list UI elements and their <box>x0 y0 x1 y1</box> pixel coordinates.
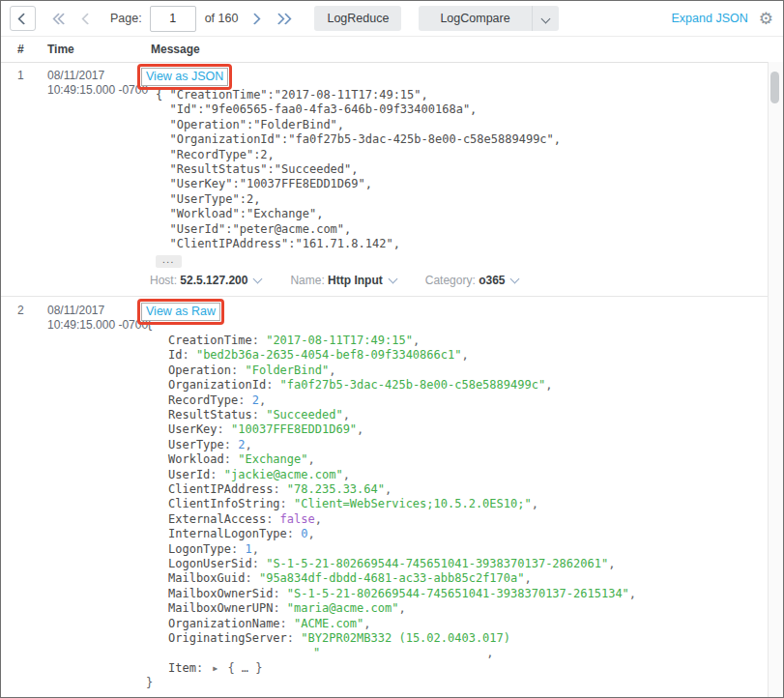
json-line: Item: ▶ { … } <box>144 661 769 676</box>
row-message: View as JSON{ "CreationTime":"2017-08-11… <box>144 62 769 296</box>
host-field: Host: 52.5.127.200 <box>150 274 261 288</box>
json-line: MailboxOwnerUPN: "maria@acme.com", <box>144 601 769 616</box>
log-row: 208/11/201710:49:15.000 -0700View as Raw… <box>1 297 769 697</box>
row-time: 10:49:15.000 -0700 <box>47 318 144 333</box>
toolbar: Page: of 160 LogReduce LogCompare Expand… <box>1 1 783 37</box>
collapse-triangle-icon[interactable]: ▶ <box>213 664 218 673</box>
category-dropdown-icon[interactable] <box>510 275 520 284</box>
json-line: RecordType: 2, <box>144 393 769 408</box>
row-timestamp: 08/11/201710:49:15.000 -0700 <box>47 62 144 296</box>
json-line: ExternalAccess: false, <box>144 512 769 527</box>
back-button[interactable] <box>10 6 36 31</box>
column-header-time: Time <box>47 43 144 56</box>
log-message-raw: { "CreationTime":"2017-08-11T17:49:15", … <box>156 88 769 251</box>
scrollbar-thumb[interactable] <box>770 72 779 103</box>
row-time: 10:49:15.000 -0700 <box>47 83 144 98</box>
column-header-row: # Time Message <box>1 37 783 63</box>
json-line: LogonUserSid: "S-1-5-21-802669544-745651… <box>144 557 769 571</box>
column-header-message: Message <box>144 43 783 56</box>
json-line: LogonType: 1, <box>144 542 769 557</box>
page-label: Page: <box>110 12 142 25</box>
name-field: Name: Http Input <box>290 274 395 288</box>
first-page-button[interactable] <box>52 15 68 23</box>
json-line: InternalLogonType: 0, <box>144 527 769 541</box>
host-dropdown-icon[interactable] <box>253 275 263 284</box>
json-line: Workload: "Exchange", <box>144 452 769 467</box>
json-line: } <box>144 676 769 690</box>
json-line: ClientIPAddress: "78.235.33.64", <box>144 482 769 497</box>
category-field: Category: o365 <box>425 274 519 288</box>
json-line: ", <box>144 646 769 660</box>
logreduce-button[interactable]: LogReduce <box>314 6 401 31</box>
json-line: OriginatingServer: "BY2PR02MB332 (15.02.… <box>144 631 769 646</box>
json-line: OrganizationName: "ACME.com", <box>144 617 769 631</box>
name-dropdown-icon[interactable] <box>388 275 397 284</box>
expand-ellipsis-button[interactable]: ... <box>156 255 182 268</box>
json-line: MailboxGuid: "95a834df-dbdd-4681-ac33-ab… <box>144 571 769 586</box>
log-search-results-window: Page: of 160 LogReduce LogCompare Expand… <box>0 0 784 698</box>
view-as-raw-link[interactable]: View as Raw <box>141 303 220 321</box>
chevron-down-icon <box>540 14 550 23</box>
page-total: of 160 <box>205 12 239 25</box>
scrollbar[interactable] <box>768 62 783 697</box>
last-page-button[interactable] <box>275 15 292 23</box>
row-date: 08/11/2017 <box>47 69 144 83</box>
chevron-right-icon <box>249 13 262 25</box>
category-value[interactable]: o365 <box>479 274 505 287</box>
row-date: 08/11/2017 <box>47 304 144 318</box>
page-input[interactable] <box>150 6 196 32</box>
json-line: Operation: "FolderBind", <box>144 364 769 378</box>
logcompare-dropdown-button[interactable] <box>532 6 559 31</box>
name-value[interactable]: Http Input <box>328 274 383 287</box>
json-line: Id: "bed2b36a-2635-4054-bef8-09f3340866c… <box>144 348 769 363</box>
log-message-json: {CreationTime: "2017-08-11T17:49:15",Id:… <box>144 318 769 690</box>
name-label: Name: <box>290 274 328 287</box>
screenshot-highlight-box: View as JSON <box>137 64 232 90</box>
screenshot-highlight-box: View as Raw <box>137 299 224 325</box>
previous-page-button[interactable] <box>81 15 92 23</box>
log-row: 108/11/201710:49:15.000 -0700View as JSO… <box>1 62 769 297</box>
json-line: CreationTime: "2017-08-11T17:49:15", <box>144 334 769 348</box>
double-chevron-right-icon <box>280 13 293 25</box>
host-label: Host: <box>150 274 180 287</box>
logcompare-split-button: LogCompare <box>419 6 558 31</box>
json-line: UserKey: "10037FFE8EDD1D69", <box>144 422 769 437</box>
json-line: ClientInfoString: "Client=WebServices;10… <box>144 497 769 511</box>
results-list: 108/11/201710:49:15.000 -0700View as JSO… <box>1 62 769 697</box>
json-line: { <box>144 318 769 333</box>
row-metadata: Host: 52.5.127.200Name: Http InputCatego… <box>150 274 769 288</box>
view-as-json-link[interactable]: View as JSON <box>141 68 228 86</box>
host-value[interactable]: 52.5.127.200 <box>180 274 247 287</box>
column-header-num: # <box>1 43 47 56</box>
json-line: MailboxOwnerSid: "S-1-5-21-802669544-745… <box>144 587 769 601</box>
json-line: UserId: "jackie@acme.com", <box>144 468 769 482</box>
json-line: UserType: 2, <box>144 438 769 452</box>
row-number: 2 <box>1 297 47 697</box>
row-timestamp: 08/11/201710:49:15.000 -0700 <box>47 297 144 697</box>
settings-gear-icon[interactable]: ⚙ <box>759 11 773 27</box>
logcompare-button[interactable]: LogCompare <box>419 6 531 31</box>
chevron-left-icon <box>81 13 94 25</box>
json-line: ResultStatus: "Succeeded", <box>144 408 769 422</box>
row-message: View as Raw{CreationTime: "2017-08-11T17… <box>144 297 769 697</box>
category-label: Category: <box>425 274 479 287</box>
expand-json-link[interactable]: Expand JSON <box>672 12 748 25</box>
next-page-button[interactable] <box>250 15 261 23</box>
row-number: 1 <box>1 62 47 296</box>
json-line: OrganizationId: "fa0f27b5-3dac-425b-8e00… <box>144 378 769 393</box>
chevron-left-icon <box>17 13 30 25</box>
